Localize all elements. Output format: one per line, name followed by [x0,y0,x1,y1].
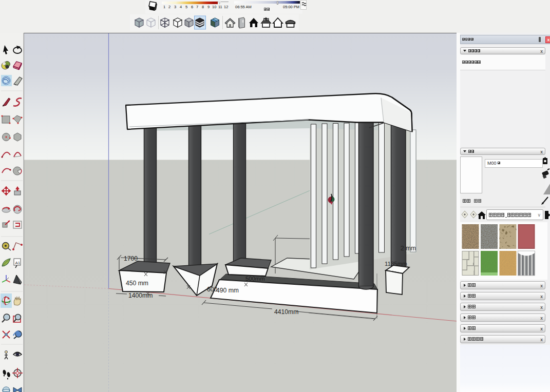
svg-text:4410mm: 4410mm [274,308,298,316]
svg-text:490 mm: 490 mm [216,287,239,294]
svg-text:500mm: 500mm [245,276,265,282]
svg-text:1400mm: 1400mm [128,292,153,299]
svg-text:2 mm: 2 mm [401,245,416,252]
svg-text:1700: 1700 [124,255,138,262]
svg-text:A1: A1 [15,261,21,265]
svg-text:1135mm: 1135mm [385,261,407,267]
svg-text:450 mm: 450 mm [126,280,148,287]
